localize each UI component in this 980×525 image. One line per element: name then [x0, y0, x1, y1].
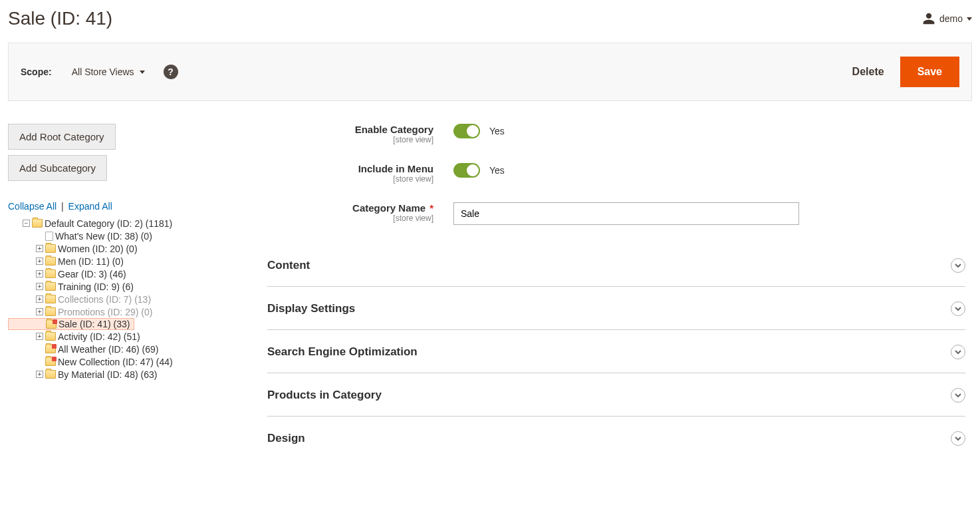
tree-expand-icon[interactable]: +: [36, 245, 43, 252]
folder-icon: [32, 219, 43, 228]
tree-label[interactable]: New Collection (ID: 47) (44): [58, 357, 173, 367]
folder-icon: [45, 244, 56, 253]
tree-expand-icon[interactable]: +: [36, 371, 43, 378]
tree-label[interactable]: What's New (ID: 38) (0): [55, 231, 152, 242]
tree-label[interactable]: Gear (ID: 3) (46): [58, 269, 126, 279]
field-sublabel: [store view]: [267, 174, 433, 184]
tree-item[interactable]: +Gear (ID: 3) (46): [8, 267, 254, 280]
section-title: Display Settings: [267, 302, 355, 315]
section-search-engine-optimization[interactable]: Search Engine Optimization: [267, 330, 965, 373]
page-title: Sale (ID: 41): [8, 8, 112, 29]
enable-category-toggle[interactable]: [453, 124, 480, 138]
folder-tag-icon: [45, 357, 56, 366]
category-name-input[interactable]: [453, 202, 799, 225]
tree-collapse-icon[interactable]: −: [23, 220, 30, 227]
expand-all-link[interactable]: Expand All: [68, 201, 112, 212]
tree-expand-icon[interactable]: +: [36, 308, 43, 315]
tree-label[interactable]: Sale (ID: 41) (33): [59, 319, 130, 329]
folder-icon: [45, 257, 56, 265]
tree-label[interactable]: By Material (ID: 48) (63): [58, 369, 157, 380]
collapse-all-link[interactable]: Collapse All: [8, 201, 57, 212]
add-subcategory-button[interactable]: Add Subcategory: [8, 155, 107, 181]
tree-label[interactable]: All Weather (ID: 46) (69): [58, 344, 158, 355]
chevron-down-icon: [951, 345, 965, 359]
save-button[interactable]: Save: [900, 57, 959, 87]
chevron-down-icon: [951, 388, 965, 403]
field-sublabel: [store view]: [267, 214, 433, 223]
tree-label[interactable]: Promotions (ID: 29) (0): [58, 307, 152, 317]
section-design[interactable]: Design: [267, 417, 965, 459]
chevron-down-icon: [951, 431, 965, 446]
help-icon[interactable]: ?: [164, 65, 178, 79]
field-label: Enable Category: [267, 124, 433, 135]
scope-label: Scope:: [21, 67, 52, 77]
chevron-down-icon: [951, 301, 965, 316]
field-enable-category: Enable Category [store view] Yes: [267, 124, 965, 144]
folder-icon: [45, 370, 56, 379]
folder-icon: [45, 307, 56, 316]
field-label: Include in Menu: [267, 163, 433, 174]
section-title: Search Engine Optimization: [267, 345, 418, 359]
add-root-category-button[interactable]: Add Root Category: [8, 124, 116, 150]
tree-item[interactable]: New Collection (ID: 47) (44): [8, 355, 254, 368]
field-category-name: Category Name* [store view]: [267, 202, 965, 225]
tree-root[interactable]: − Default Category (ID: 2) (1181): [8, 217, 254, 230]
category-tree: − Default Category (ID: 2) (1181) What's…: [8, 217, 254, 381]
tree-item[interactable]: All Weather (ID: 46) (69): [8, 343, 254, 355]
scope-select[interactable]: All Store Views: [72, 67, 145, 77]
user-name: demo: [939, 13, 963, 24]
tree-item[interactable]: +By Material (ID: 48) (63): [8, 368, 254, 381]
user-icon: [922, 12, 935, 25]
page-icon: [45, 232, 53, 241]
tree-item[interactable]: +Training (ID: 9) (6): [8, 280, 254, 293]
section-display-settings[interactable]: Display Settings: [267, 287, 965, 330]
field-label: Category Name*: [267, 202, 433, 214]
toolbar: Scope: All Store Views ? Delete Save: [8, 43, 972, 101]
category-sidebar: Add Root Category Add Subcategory Collap…: [8, 124, 254, 459]
field-include-in-menu: Include in Menu [store view] Yes: [267, 163, 965, 184]
tree-item[interactable]: +Collections (ID: 7) (13): [8, 293, 254, 305]
folder-icon: [45, 295, 56, 303]
section-products-in-category[interactable]: Products in Category: [267, 373, 965, 417]
tree-item[interactable]: +Women (ID: 20) (0): [8, 242, 254, 255]
section-title: Content: [267, 259, 310, 272]
caret-down-icon: [967, 17, 972, 21]
tree-expand-icon[interactable]: +: [36, 333, 43, 340]
folder-tag-icon: [45, 345, 56, 353]
folder-icon: [45, 282, 56, 291]
include-in-menu-toggle[interactable]: [453, 163, 480, 178]
tree-expand-icon[interactable]: +: [36, 258, 43, 265]
folder-icon: [45, 332, 56, 341]
folder-icon: [45, 269, 56, 278]
tree-expand-icon[interactable]: +: [36, 295, 43, 303]
tree-label[interactable]: Training (ID: 9) (6): [58, 281, 134, 292]
content-panel: Enable Category [store view] Yes Include…: [267, 124, 972, 459]
separator: |: [61, 201, 64, 212]
caret-down-icon: [140, 71, 145, 74]
section-title: Products in Category: [267, 389, 382, 402]
chevron-down-icon: [951, 258, 965, 273]
folder-tag-icon: [46, 320, 57, 329]
tree-expand-icon[interactable]: +: [36, 270, 43, 277]
tree-label[interactable]: Collections (ID: 7) (13): [58, 294, 151, 305]
tree-item[interactable]: What's New (ID: 38) (0): [8, 230, 254, 242]
delete-button[interactable]: Delete: [852, 66, 884, 78]
tree-item[interactable]: Sale (ID: 41) (33): [8, 318, 134, 330]
tree-item[interactable]: +Men (ID: 11) (0): [8, 255, 254, 267]
scope-value: All Store Views: [72, 67, 134, 77]
tree-label[interactable]: Women (ID: 20) (0): [58, 244, 138, 254]
field-sublabel: [store view]: [267, 135, 433, 144]
tree-label[interactable]: Activity (ID: 42) (51): [58, 331, 140, 342]
toggle-value: Yes: [489, 165, 505, 176]
tree-item[interactable]: +Activity (ID: 42) (51): [8, 330, 254, 343]
tree-item[interactable]: +Promotions (ID: 29) (0): [8, 305, 254, 318]
tree-expand-icon[interactable]: +: [36, 283, 43, 290]
section-title: Design: [267, 432, 305, 445]
toggle-value: Yes: [489, 126, 505, 136]
section-content[interactable]: Content: [267, 244, 965, 287]
tree-label[interactable]: Default Category (ID: 2) (1181): [45, 218, 172, 229]
tree-label[interactable]: Men (ID: 11) (0): [58, 256, 124, 267]
user-menu[interactable]: demo: [922, 12, 972, 25]
